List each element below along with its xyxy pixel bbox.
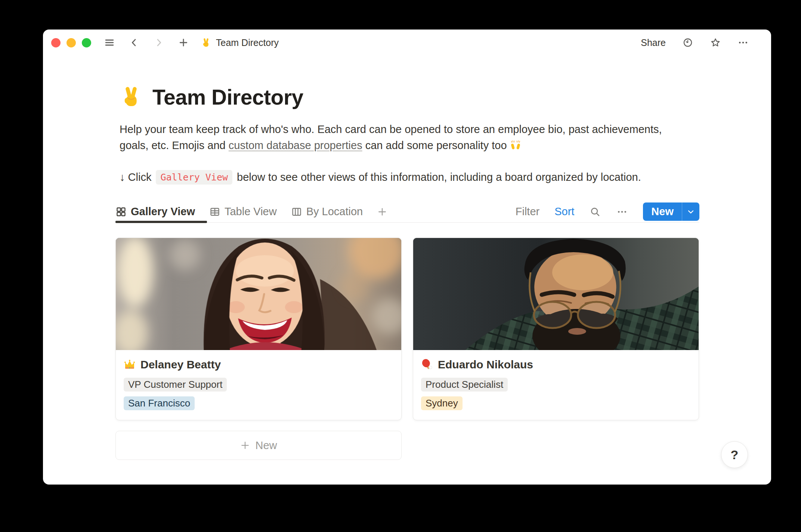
ping-pong-emoji [421, 359, 433, 371]
help-button[interactable]: ? [721, 441, 748, 468]
chevron-down-icon [687, 208, 695, 216]
plus-icon [240, 440, 250, 451]
crown-emoji [124, 359, 136, 371]
new-card-button[interactable]: New [115, 431, 402, 460]
breadcrumb[interactable]: Team Directory [201, 37, 279, 48]
notion-window: Team Directory Share Team Directory Hel [43, 30, 771, 485]
filter-button[interactable]: Filter [516, 205, 539, 218]
table-view-icon [209, 206, 220, 217]
plus-icon [377, 207, 387, 217]
page-description: Help your team keep track of who's who. … [115, 121, 672, 154]
tab-table-view[interactable]: Table View [209, 205, 277, 218]
page-title: Team Directory [115, 85, 699, 109]
forward-icon[interactable] [153, 37, 164, 48]
active-tab-underline [115, 221, 207, 223]
back-icon[interactable] [129, 37, 140, 48]
card-title: Delaney Beatty [124, 358, 393, 371]
gallery-view-icon [115, 206, 127, 217]
minimize-window-button[interactable] [67, 38, 76, 47]
new-record-button[interactable]: New [643, 202, 682, 221]
raising-hands-emoji [510, 139, 521, 151]
new-tab-icon[interactable] [178, 37, 189, 48]
sort-button[interactable]: Sort [554, 205, 574, 218]
zoom-window-button[interactable] [82, 38, 91, 47]
card-photo [116, 238, 401, 350]
card-body: Delaney Beatty VP Customer Support San F… [116, 350, 401, 420]
victory-hand-emoji [120, 86, 143, 109]
custom-database-properties-link[interactable]: custom database properties [229, 139, 362, 151]
view-toolbar: Gallery View Table View By Location [115, 201, 699, 223]
card-photo [413, 238, 699, 350]
card-title: Eduardo Nikolaus [421, 358, 691, 371]
role-tag: Product Specialist [421, 378, 508, 392]
view-options-ellipsis-icon[interactable] [616, 206, 628, 218]
share-button[interactable]: Share [641, 37, 666, 48]
gallery-view-code-chip: Gallery View [156, 170, 232, 185]
close-window-button[interactable] [51, 38, 61, 47]
more-ellipsis-icon[interactable] [737, 37, 749, 48]
tab-gallery-view[interactable]: Gallery View [115, 205, 195, 218]
location-tag: Sydney [421, 396, 463, 410]
gallery-cards: Delaney Beatty VP Customer Support San F… [115, 238, 699, 420]
new-record-button-group: New [643, 202, 699, 221]
card-eduardo-nikolaus[interactable]: Eduardo Nikolaus Product Specialist Sydn… [413, 238, 699, 420]
location-tag: San Francisco [124, 396, 195, 410]
sidebar-menu-icon[interactable] [104, 37, 115, 48]
add-view-button[interactable] [377, 207, 387, 217]
card-body: Eduardo Nikolaus Product Specialist Sydn… [413, 350, 699, 420]
callout-line: ↓ Click Gallery View below to see other … [115, 170, 699, 185]
new-record-dropdown[interactable] [682, 202, 699, 221]
favorite-star-icon[interactable] [710, 37, 721, 48]
card-delaney-beatty[interactable]: Delaney Beatty VP Customer Support San F… [115, 238, 402, 420]
window-titlebar: Team Directory Share [43, 30, 771, 56]
history-clock-icon[interactable] [682, 37, 693, 48]
breadcrumb-title: Team Directory [216, 37, 279, 48]
victory-hand-emoji [201, 38, 211, 48]
traffic-lights [51, 38, 91, 47]
tab-by-location[interactable]: By Location [291, 205, 363, 218]
search-icon[interactable] [589, 206, 601, 218]
board-view-icon [291, 206, 302, 217]
role-tag: VP Customer Support [124, 378, 227, 392]
